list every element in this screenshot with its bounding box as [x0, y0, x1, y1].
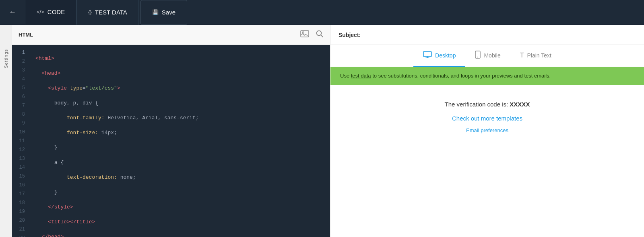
code-icon: </> — [37, 9, 44, 15]
save-icon: 💾 — [152, 9, 159, 15]
tab-mobile-label: Mobile — [484, 52, 500, 59]
svg-rect-0 — [301, 31, 309, 37]
testdata-icon: {} — [88, 9, 92, 15]
tab-plaintext-label: Plain Text — [527, 52, 551, 59]
banner-text2: to see substitutions, conditionals, and … — [371, 73, 551, 79]
info-banner: Use test data to see substitutions, cond… — [330, 67, 644, 85]
svg-point-5 — [477, 57, 478, 57]
code-panel-header: HTML — [12, 25, 330, 45]
code-content: <html> <head> <style type="text/css"> bo… — [29, 45, 330, 237]
tab-desktop[interactable]: Desktop — [413, 45, 465, 67]
templates-link[interactable]: Check out more templates — [452, 115, 522, 122]
preview-panel: Subject: Desktop Mobi — [330, 25, 644, 237]
code-editor[interactable]: 1 2 3 4 5 6 7 8 9 10 11 12 13 14 15 16 1… — [12, 45, 330, 237]
tab-testdata-label: TEST DATA — [95, 9, 127, 16]
preview-header: Subject: — [330, 25, 644, 45]
banner-text: Use — [340, 73, 351, 79]
sidebar: Settings — [0, 25, 12, 237]
code-header-icons — [300, 30, 324, 40]
tab-testdata[interactable]: {} TEST DATA — [76, 0, 139, 25]
preview-content: The verification code is: XXXXX Check ou… — [330, 85, 644, 237]
test-data-link[interactable]: test data — [351, 73, 371, 79]
desktop-icon — [423, 51, 432, 59]
preview-tabs: Desktop Mobile T Plain Text — [330, 45, 644, 67]
save-button[interactable]: 💾 Save — [140, 0, 187, 25]
tab-code[interactable]: </> CODE — [25, 0, 76, 25]
tab-code-label: CODE — [47, 8, 65, 15]
search-icon[interactable] — [316, 30, 324, 40]
svg-point-1 — [302, 32, 304, 33]
code-panel: HTML 1 2 — [12, 25, 330, 237]
image-icon[interactable] — [300, 30, 309, 39]
email-prefs-link[interactable]: Email preferences — [466, 127, 508, 133]
tab-plaintext[interactable]: T Plain Text — [510, 45, 561, 67]
plaintext-icon: T — [520, 52, 524, 59]
back-icon: ← — [9, 8, 16, 16]
svg-rect-3 — [423, 51, 431, 57]
verification-code: XXXXX — [510, 101, 530, 108]
tab-desktop-label: Desktop — [435, 52, 456, 59]
verification-text: The verification code is: XXXXX — [445, 101, 530, 108]
subject-label: Subject: — [339, 32, 361, 38]
mobile-icon — [475, 51, 481, 60]
html-label: HTML — [19, 32, 33, 38]
back-button[interactable]: ← — [0, 0, 25, 25]
sidebar-settings-label: Settings — [4, 49, 8, 68]
line-numbers: 1 2 3 4 5 6 7 8 9 10 11 12 13 14 15 16 1… — [12, 45, 29, 237]
tab-mobile[interactable]: Mobile — [465, 45, 510, 67]
svg-point-2 — [317, 31, 322, 36]
save-label: Save — [162, 9, 175, 16]
